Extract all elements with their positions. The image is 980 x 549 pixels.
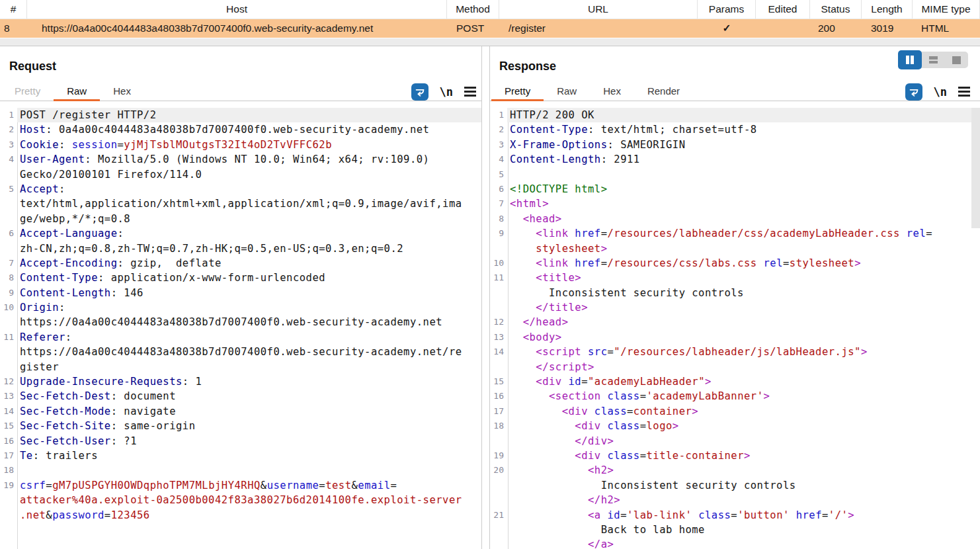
line-number: 4 [490, 152, 507, 167]
editor-line: 18 [0, 463, 481, 478]
column-header-status[interactable]: Status [810, 0, 862, 19]
layout-split-columns-button[interactable] [898, 50, 922, 69]
column-header-host[interactable]: Host [27, 0, 447, 19]
layout-split-rows-button[interactable] [922, 52, 945, 68]
scrollbar-thumb[interactable] [971, 108, 980, 228]
line-number: 14 [490, 345, 507, 359]
cell-length: 3019 [862, 19, 913, 38]
code-text: </title> [507, 300, 980, 315]
editor-line: 18 <div class=logo> [490, 419, 980, 433]
code-text: X-Frame-Options: SAMEORIGIN [507, 138, 980, 152]
line-number [0, 315, 17, 329]
response-tabbar: PrettyRawHexRender \n [490, 82, 980, 101]
editor-line: https://0a4a00c4044483a48038b7d7007400f0… [0, 345, 481, 359]
code-text: <h2> [507, 463, 980, 478]
code-text: text/html,application/xhtml+xml,applicat… [17, 196, 481, 211]
request-tabbar: PrettyRawHex \n [0, 82, 481, 101]
response-panel: Response PrettyRawHexRender \n 1HTTP/2 2… [489, 46, 980, 549]
column-header-length[interactable]: Length [862, 0, 913, 19]
code-text: .net&password=123456 [17, 508, 481, 523]
line-number [490, 537, 507, 549]
editor-line: 16 <section class='academyLabBanner'> [490, 389, 980, 403]
editor-line: Inconsistent security controls [490, 286, 980, 300]
code-text: Accept: [17, 182, 481, 196]
line-number: 14 [0, 404, 17, 419]
editor-line: 10 <link href=/resources/css/labs.css re… [490, 256, 980, 271]
code-text: Content-Length: 146 [17, 286, 481, 300]
code-text: Sec-Fetch-Dest: document [17, 389, 481, 403]
editor-line: stylesheet> [490, 241, 980, 256]
request-editor[interactable]: 1POST /register HTTP/22Host: 0a4a00c4044… [0, 108, 481, 549]
code-text: <a id='lab-link' class='button' href='/'… [507, 508, 980, 523]
code-text: attacker%40a.exploit-0a2500b0042f83a3802… [17, 493, 481, 507]
code-text: Content-Type: text/html; charset=utf-8 [507, 122, 980, 137]
editor-line: 2Content-Type: text/html; charset=utf-8 [490, 122, 980, 137]
line-number: 19 [0, 478, 17, 493]
history-row-selected[interactable]: 8https://0a4a00c4044483a48038b7d7007400f… [0, 19, 980, 38]
column-header--[interactable]: # [0, 0, 27, 19]
code-text: https://0a4a00c4044483a48038b7d7007400f0… [17, 345, 481, 359]
line-number: 1 [0, 108, 17, 122]
request-tab-hex[interactable]: Hex [100, 82, 144, 101]
code-text: Inconsistent security controls [507, 286, 980, 300]
editor-menu-icon[interactable] [958, 87, 970, 97]
editor-line: 12 </head> [490, 315, 980, 329]
response-tab-hex[interactable]: Hex [590, 82, 634, 101]
word-wrap-toggle-icon[interactable] [411, 83, 429, 101]
editor-line: 13 <body> [490, 330, 980, 345]
response-tab-raw[interactable]: Raw [544, 82, 590, 101]
editor-line: 1HTTP/2 200 OK [490, 108, 980, 122]
column-header-mime-type[interactable]: MIME type [913, 0, 980, 19]
cell-num: 8 [0, 19, 27, 38]
column-header-edited[interactable]: Edited [756, 0, 810, 19]
line-number: 18 [490, 419, 507, 433]
editor-line: 17 <div class=container> [490, 404, 980, 419]
line-number: 4 [0, 152, 17, 167]
editor-line: 7Accept-Encoding: gzip, deflate [0, 256, 481, 271]
editor-line: 3Cookie: session=yjMjTsblMOutgsT32It4oD2… [0, 138, 481, 152]
editor-line: </a> [490, 537, 980, 549]
code-text: ge/webp,*/*;q=0.8 [17, 212, 481, 226]
line-number: 16 [0, 434, 17, 448]
code-text: <link href=/resources/css/labs.css rel=s… [507, 256, 980, 271]
editor-line: 2Host: 0a4a00c4044483a48038b7d7007400f0.… [0, 122, 481, 137]
code-text: <head> [507, 212, 980, 226]
code-text [17, 463, 481, 478]
editor-line: 14 <script src="/resources/labheader/js/… [490, 345, 980, 359]
show-nonprintable-icon[interactable]: \n [934, 85, 947, 99]
editor-line: 6<!DOCTYPE html> [490, 182, 980, 196]
line-number: 13 [0, 389, 17, 403]
editor-line: 14Sec-Fetch-Mode: navigate [0, 404, 481, 419]
word-wrap-toggle-icon[interactable] [905, 83, 922, 101]
line-number [0, 167, 17, 182]
code-text: csrf=gM7pUSPGYH0OWDqphoTPM7MLbjHY4RHQ&us… [17, 478, 481, 493]
line-number [0, 345, 17, 359]
layout-single-pane-button[interactable] [945, 52, 968, 68]
editor-line: 10Origin: [0, 300, 481, 315]
code-text: <script src="/resources/labheader/js/lab… [507, 345, 980, 359]
response-tab-render[interactable]: Render [634, 82, 693, 101]
line-number: 6 [490, 182, 507, 196]
editor-menu-icon[interactable] [464, 87, 476, 97]
request-panel-title: Request [9, 60, 56, 73]
line-number [0, 493, 17, 507]
line-number [490, 300, 507, 315]
request-tab-raw[interactable]: Raw [54, 82, 100, 101]
line-number: 17 [490, 404, 507, 419]
line-number: 15 [490, 374, 507, 389]
editor-line: 3X-Frame-Options: SAMEORIGIN [490, 138, 980, 152]
show-nonprintable-icon[interactable]: \n [440, 85, 453, 99]
editor-line: 19csrf=gM7pUSPGYH0OWDqphoTPM7MLbjHY4RHQ&… [0, 478, 481, 493]
column-header-params[interactable]: Params [698, 0, 756, 19]
request-panel: Request PrettyRawHex \n 1POST /register … [0, 46, 482, 549]
editor-line: 9 <link href=/resources/labheader/css/ac… [490, 226, 980, 241]
column-header-method[interactable]: Method [447, 0, 499, 19]
table-header-row: #HostMethodURLParamsEditedStatusLengthMI… [0, 0, 980, 19]
response-editor[interactable]: 1HTTP/2 200 OK2Content-Type: text/html; … [490, 108, 980, 549]
code-text: zh-CN,zh;q=0.8,zh-TW;q=0.7,zh-HK;q=0.5,e… [17, 241, 481, 256]
editor-line: 17Te: trailers [0, 448, 481, 463]
column-header-url[interactable]: URL [499, 0, 698, 19]
response-tab-pretty[interactable]: Pretty [491, 82, 544, 101]
line-number: 3 [0, 138, 17, 152]
line-number: 20 [490, 463, 507, 478]
